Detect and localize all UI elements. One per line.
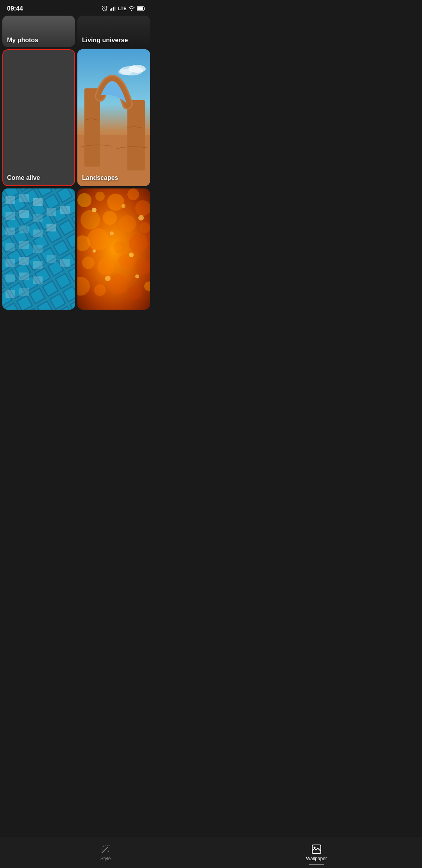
svg-rect-43 — [46, 255, 56, 263]
bokeh-svg — [77, 188, 150, 310]
svg-point-63 — [129, 234, 148, 253]
svg-rect-4 — [114, 6, 115, 11]
svg-rect-41 — [19, 257, 29, 265]
svg-rect-31 — [46, 208, 56, 216]
card-living-universe[interactable]: Living universe — [77, 16, 150, 47]
landscapes-svg — [77, 49, 150, 186]
come-alive-bg — [2, 49, 75, 186]
svg-point-62 — [113, 241, 126, 253]
card-landscapes[interactable]: Landscapes — [77, 49, 150, 186]
svg-rect-45 — [5, 274, 15, 282]
svg-point-57 — [103, 211, 117, 225]
svg-point-75 — [138, 215, 144, 221]
svg-rect-6 — [137, 7, 143, 10]
svg-rect-39 — [33, 245, 43, 253]
svg-point-78 — [93, 249, 96, 253]
status-bar: 09:44 LTE — [0, 0, 152, 16]
my-photos-label: My photos — [7, 37, 38, 44]
svg-rect-3 — [113, 7, 114, 11]
card-bokeh[interactable] — [77, 188, 150, 310]
svg-rect-27 — [33, 198, 43, 206]
svg-rect-38 — [19, 241, 29, 249]
svg-rect-32 — [60, 206, 70, 214]
content-area: My photos Living universe Come alive — [0, 16, 152, 345]
svg-point-51 — [77, 193, 91, 207]
card-architecture[interactable] — [2, 188, 75, 310]
svg-rect-37 — [5, 243, 15, 251]
svg-point-76 — [110, 231, 114, 235]
alarm-icon — [102, 5, 108, 12]
svg-point-73 — [92, 208, 97, 212]
svg-point-65 — [97, 258, 114, 275]
top-row: My photos Living universe — [0, 16, 152, 49]
svg-point-74 — [122, 204, 125, 208]
svg-rect-49 — [19, 288, 29, 296]
wifi-icon — [129, 6, 135, 11]
svg-point-71 — [128, 285, 142, 299]
svg-point-69 — [94, 284, 106, 296]
svg-point-54 — [127, 188, 139, 200]
svg-point-77 — [129, 253, 134, 257]
signal-icon — [110, 6, 116, 11]
svg-rect-33 — [5, 228, 15, 235]
svg-point-52 — [95, 192, 105, 201]
svg-rect-46 — [19, 273, 29, 280]
svg-rect-29 — [19, 210, 29, 218]
svg-point-79 — [105, 276, 111, 281]
svg-rect-47 — [33, 276, 43, 284]
svg-rect-44 — [60, 259, 70, 267]
card-my-photos[interactable]: My photos — [2, 16, 75, 47]
svg-point-59 — [139, 222, 150, 233]
svg-point-80 — [135, 274, 139, 278]
living-universe-label: Living universe — [82, 37, 128, 44]
svg-point-61 — [87, 228, 109, 250]
svg-rect-34 — [19, 226, 29, 233]
svg-rect-42 — [33, 261, 43, 269]
architecture-svg — [2, 188, 75, 310]
come-alive-label: Come alive — [7, 174, 40, 181]
svg-rect-11 — [127, 100, 145, 170]
svg-point-64 — [82, 256, 95, 269]
svg-rect-26 — [19, 194, 29, 202]
svg-rect-28 — [5, 212, 15, 220]
svg-point-56 — [80, 210, 100, 230]
status-icons: LTE — [102, 5, 145, 12]
bottom-row — [0, 188, 152, 310]
lte-label: LTE — [118, 6, 127, 11]
battery-icon — [137, 6, 145, 11]
status-time: 09:44 — [7, 5, 23, 12]
svg-rect-35 — [33, 230, 43, 237]
svg-rect-1 — [110, 9, 111, 11]
svg-rect-25 — [5, 196, 15, 204]
svg-point-53 — [107, 194, 124, 211]
svg-rect-30 — [33, 214, 43, 222]
svg-point-14 — [118, 69, 132, 75]
svg-point-58 — [119, 215, 136, 232]
svg-rect-48 — [5, 290, 15, 298]
svg-rect-36 — [46, 224, 56, 231]
landscapes-label: Landscapes — [82, 174, 118, 181]
middle-row: Come alive — [0, 49, 152, 186]
card-come-alive[interactable]: Come alive — [2, 49, 75, 186]
svg-rect-40 — [5, 259, 15, 267]
svg-rect-2 — [111, 8, 112, 11]
svg-point-70 — [107, 274, 128, 294]
